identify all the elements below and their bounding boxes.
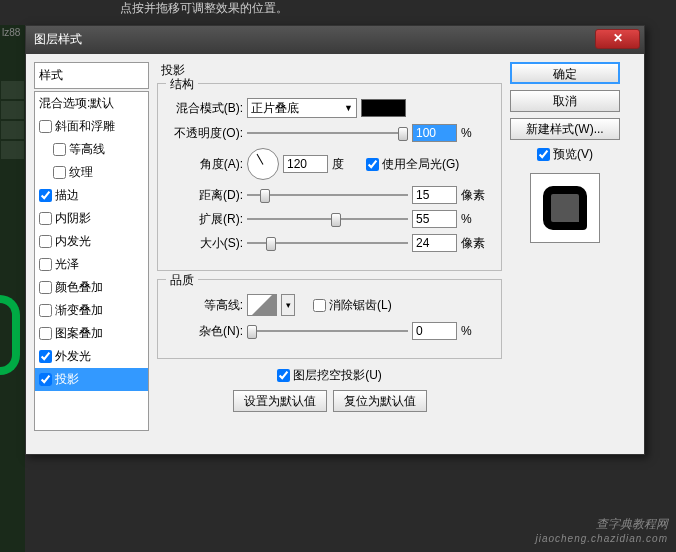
style-item[interactable]: 描边: [35, 184, 148, 207]
bg-tag: lz88: [0, 25, 25, 40]
opacity-label: 不透明度(O):: [168, 125, 243, 142]
ok-button[interactable]: 确定: [510, 62, 620, 84]
dialog-title: 图层样式: [34, 32, 82, 46]
preview-input[interactable]: [537, 148, 550, 161]
spread-slider[interactable]: [247, 210, 408, 228]
style-checkbox[interactable]: [39, 120, 52, 133]
style-item[interactable]: 投影: [35, 368, 148, 391]
style-checkbox[interactable]: [39, 373, 52, 386]
preview-box: [530, 173, 600, 243]
spread-input[interactable]: 55: [412, 210, 457, 228]
set-default-button[interactable]: 设置为默认值: [233, 390, 327, 412]
style-item[interactable]: 混合选项:默认: [35, 92, 148, 115]
size-label: 大小(S):: [168, 235, 243, 252]
cancel-button[interactable]: 取消: [510, 90, 620, 112]
titlebar[interactable]: 图层样式 ✕: [26, 26, 644, 54]
style-item[interactable]: 内阴影: [35, 207, 148, 230]
knockout-checkbox[interactable]: 图层挖空投影(U): [277, 367, 382, 384]
style-label: 渐变叠加: [55, 302, 103, 319]
knockout-label: 图层挖空投影(U): [293, 367, 382, 384]
quality-legend: 品质: [166, 272, 198, 289]
contour-label: 等高线:: [168, 297, 243, 314]
distance-slider[interactable]: [247, 186, 408, 204]
style-item[interactable]: 渐变叠加: [35, 299, 148, 322]
structure-fieldset: 结构 混合模式(B): 正片叠底 ▼ 不透明度(O): 100 %: [157, 83, 502, 271]
antialias-checkbox[interactable]: 消除锯齿(L): [313, 297, 392, 314]
style-checkbox[interactable]: [39, 189, 52, 202]
preview-label: 预览(V): [553, 146, 593, 163]
global-light-label: 使用全局光(G): [382, 156, 459, 173]
preview-shape: [543, 186, 587, 230]
style-item[interactable]: 内发光: [35, 230, 148, 253]
style-label: 外发光: [55, 348, 91, 365]
angle-input[interactable]: 120: [283, 155, 328, 173]
blend-mode-combo[interactable]: 正片叠底 ▼: [247, 98, 357, 118]
antialias-input[interactable]: [313, 299, 326, 312]
close-button[interactable]: ✕: [595, 29, 640, 49]
structure-legend: 结构: [166, 76, 198, 93]
angle-dial[interactable]: [247, 148, 279, 180]
bg-green-shape: [0, 295, 20, 375]
style-item[interactable]: 外发光: [35, 345, 148, 368]
style-item[interactable]: 光泽: [35, 253, 148, 276]
noise-unit: %: [461, 324, 491, 338]
chevron-down-icon: ▼: [344, 103, 353, 113]
global-light-checkbox[interactable]: 使用全局光(G): [366, 156, 459, 173]
style-label: 等高线: [69, 141, 105, 158]
distance-input[interactable]: 15: [412, 186, 457, 204]
style-checkbox[interactable]: [53, 143, 66, 156]
preview-checkbox[interactable]: 预览(V): [510, 146, 620, 163]
style-checkbox[interactable]: [39, 235, 52, 248]
watermark: 查字典教程网 jiaocheng.chazidian.com: [535, 516, 668, 544]
noise-slider[interactable]: [247, 322, 408, 340]
style-checkbox[interactable]: [39, 212, 52, 225]
bg-brick: [0, 80, 25, 100]
style-checkbox[interactable]: [39, 350, 52, 363]
style-label: 斜面和浮雕: [55, 118, 115, 135]
shadow-color-swatch[interactable]: [361, 99, 406, 117]
reset-default-button[interactable]: 复位为默认值: [333, 390, 427, 412]
distance-label: 距离(D):: [168, 187, 243, 204]
section-label: 投影: [157, 62, 502, 79]
styles-header[interactable]: 样式: [34, 62, 149, 89]
style-label: 描边: [55, 187, 79, 204]
bg-hint-text: 点按并拖移可调整效果的位置。: [120, 0, 288, 17]
center-panel: 投影 结构 混合模式(B): 正片叠底 ▼ 不透明度(O): 100 %: [157, 62, 502, 446]
style-item[interactable]: 图案叠加: [35, 322, 148, 345]
style-checkbox[interactable]: [53, 166, 66, 179]
opacity-input[interactable]: 100: [412, 124, 457, 142]
style-checkbox[interactable]: [39, 258, 52, 271]
style-label: 投影: [55, 371, 79, 388]
quality-fieldset: 品质 等高线: ▾ 消除锯齿(L) 杂色(N): 0 %: [157, 279, 502, 359]
new-style-button[interactable]: 新建样式(W)...: [510, 118, 620, 140]
style-item[interactable]: 纹理: [35, 161, 148, 184]
global-light-input[interactable]: [366, 158, 379, 171]
bg-brick: [0, 100, 25, 120]
style-label: 内发光: [55, 233, 91, 250]
contour-dropdown[interactable]: ▾: [281, 294, 295, 316]
style-item[interactable]: 颜色叠加: [35, 276, 148, 299]
style-item[interactable]: 斜面和浮雕: [35, 115, 148, 138]
style-item[interactable]: 等高线: [35, 138, 148, 161]
style-label: 纹理: [69, 164, 93, 181]
bg-sidebar: lz88: [0, 25, 25, 552]
opacity-slider[interactable]: [247, 124, 408, 142]
style-checkbox[interactable]: [39, 281, 52, 294]
style-checkbox[interactable]: [39, 327, 52, 340]
style-checkbox[interactable]: [39, 304, 52, 317]
antialias-label: 消除锯齿(L): [329, 297, 392, 314]
size-slider[interactable]: [247, 234, 408, 252]
size-input[interactable]: 24: [412, 234, 457, 252]
angle-label: 角度(A):: [168, 156, 243, 173]
distance-unit: 像素: [461, 187, 491, 204]
bg-brick: [0, 120, 25, 140]
right-panel: 确定 取消 新建样式(W)... 预览(V): [510, 62, 620, 446]
blend-mode-value: 正片叠底: [251, 100, 299, 117]
style-label: 颜色叠加: [55, 279, 103, 296]
close-icon: ✕: [613, 31, 623, 45]
noise-label: 杂色(N):: [168, 323, 243, 340]
blend-mode-label: 混合模式(B):: [168, 100, 243, 117]
knockout-input[interactable]: [277, 369, 290, 382]
contour-swatch[interactable]: [247, 294, 277, 316]
noise-input[interactable]: 0: [412, 322, 457, 340]
